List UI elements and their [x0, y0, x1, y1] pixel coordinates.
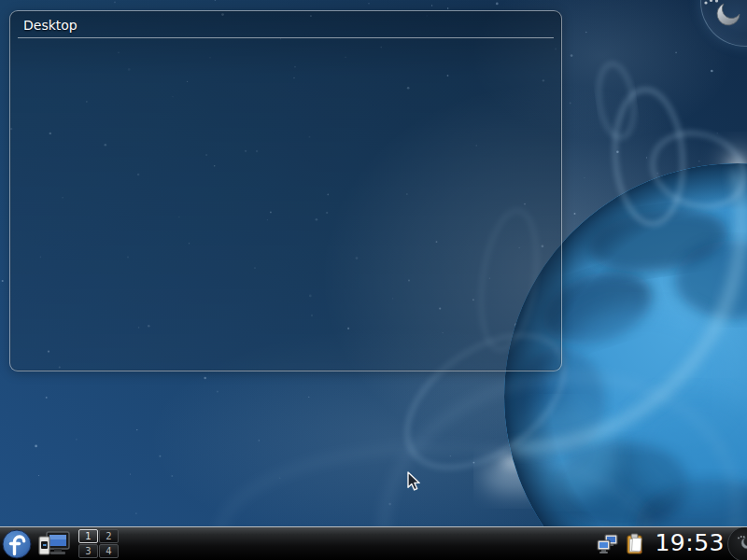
- network-icon: [597, 533, 619, 555]
- fedora-logo-icon: [2, 529, 32, 559]
- taskbar-panel: 1 2 3 4 19:53: [0, 526, 747, 560]
- network-manager-tray-button[interactable]: [596, 532, 620, 556]
- pager-desktop-2[interactable]: 2: [99, 529, 119, 543]
- digital-clock[interactable]: 19:53: [655, 531, 725, 555]
- virtual-desktop-pager: 1 2 3 4: [78, 529, 119, 558]
- clipboard-tray-button[interactable]: [623, 532, 647, 556]
- cashew-icon: [701, 0, 744, 33]
- device-notifier-button[interactable]: [36, 529, 72, 559]
- device-notifier-icon: [37, 530, 71, 558]
- clipboard-icon: [624, 533, 646, 555]
- application-launcher-button[interactable]: [1, 528, 33, 560]
- system-tray: [596, 532, 647, 556]
- folder-view-header[interactable]: Desktop: [18, 11, 554, 38]
- folder-view-title: Desktop: [23, 18, 78, 33]
- cashew-icon: [736, 535, 747, 553]
- panel-toolbox-button[interactable]: [727, 526, 747, 560]
- pager-desktop-3[interactable]: 3: [78, 544, 98, 558]
- pager-desktop-4[interactable]: 4: [99, 544, 119, 558]
- pager-desktop-1[interactable]: 1: [78, 529, 98, 543]
- folder-view-widget[interactable]: Desktop: [9, 10, 562, 371]
